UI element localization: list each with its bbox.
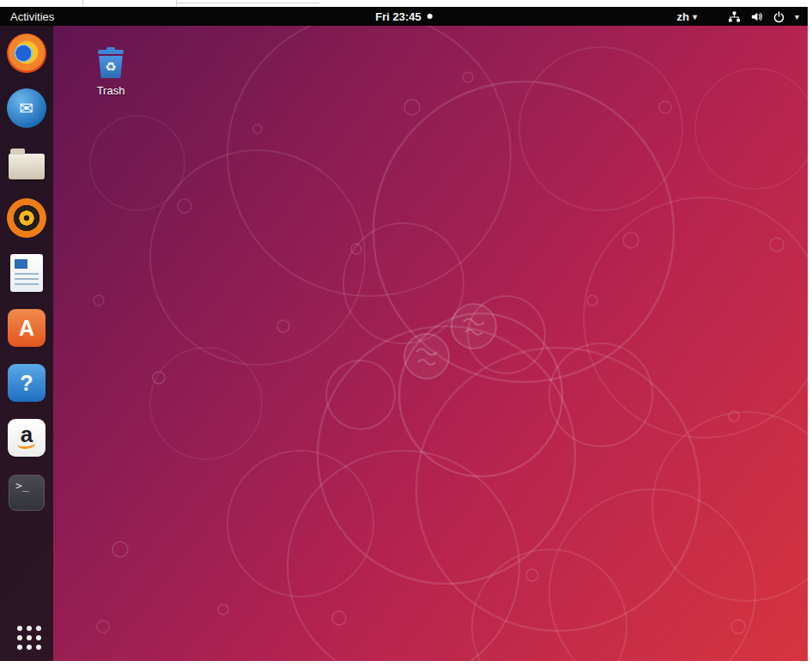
wallpaper-pattern xyxy=(0,26,808,661)
dock-item-amazon[interactable]: a xyxy=(3,419,50,457)
trash-body: ♻ xyxy=(98,56,124,78)
help-icon: ? xyxy=(8,364,45,402)
ubuntu-desktop: ♻ Trash Activities Fri 23:45 zh ▾ xyxy=(0,7,808,661)
wallpaper: ♻ Trash xyxy=(0,26,808,661)
dock-item-terminal[interactable]: >_ xyxy=(3,474,50,512)
trash-icon: ♻ xyxy=(95,46,126,79)
dock-item-libreoffice-writer[interactable] xyxy=(3,254,50,292)
screenshot-artifact xyxy=(176,0,177,7)
chevron-down-icon: ▾ xyxy=(693,12,697,21)
dock-item-thunderbird[interactable]: ✉ xyxy=(3,89,50,127)
chevron-down-icon: ▾ xyxy=(795,12,799,21)
dock-item-firefox[interactable] xyxy=(3,34,50,72)
show-applications-button[interactable] xyxy=(0,623,53,652)
libreoffice-writer-icon xyxy=(10,254,43,292)
recycle-icon: ♻ xyxy=(105,59,116,75)
trash-label: Trash xyxy=(97,84,125,97)
files-folder-icon xyxy=(9,154,45,179)
screenshot-artifact xyxy=(176,3,319,3)
keyboard-layout-button[interactable]: zh ▾ xyxy=(671,10,701,23)
dock-item-help[interactable]: ? xyxy=(3,364,50,402)
ubuntu-software-icon: A xyxy=(8,309,45,347)
volume-icon xyxy=(750,10,763,23)
amazon-letter: a xyxy=(21,421,33,448)
system-menu-button[interactable]: ▾ xyxy=(724,10,803,23)
dock: ✉ A ? a >_ xyxy=(0,26,53,661)
status-tray: zh ▾ xyxy=(671,7,803,26)
activities-button[interactable]: Activities xyxy=(0,7,64,26)
terminal-prompt: >_ xyxy=(15,479,29,492)
screenshot-artifact xyxy=(82,0,83,7)
amazon-icon: a xyxy=(8,419,45,457)
keyboard-layout-label: zh xyxy=(676,10,688,23)
firefox-icon xyxy=(7,33,46,73)
screen: ♻ Trash Activities Fri 23:45 zh ▾ xyxy=(0,0,812,667)
clock-label: Fri 23:45 xyxy=(375,10,421,23)
top-bar: Activities Fri 23:45 zh ▾ xyxy=(0,7,808,26)
power-icon xyxy=(773,10,785,23)
envelope-icon: ✉ xyxy=(20,98,34,118)
dock-item-ubuntu-software[interactable]: A xyxy=(3,309,50,347)
terminal-icon: >_ xyxy=(9,475,45,511)
dock-item-files[interactable] xyxy=(3,144,50,182)
dock-item-rhythmbox[interactable] xyxy=(3,199,50,237)
rhythmbox-icon xyxy=(7,198,46,238)
notification-dot-icon xyxy=(427,14,433,19)
trash-lid xyxy=(98,50,124,54)
clock-button[interactable]: Fri 23:45 xyxy=(368,7,439,26)
question-mark: ? xyxy=(20,371,33,396)
show-applications-grid-icon xyxy=(15,626,20,631)
software-letter: A xyxy=(19,316,34,341)
trash-desktop-icon[interactable]: ♻ Trash xyxy=(84,46,137,97)
network-icon xyxy=(728,10,741,23)
thunderbird-mail-icon: ✉ xyxy=(7,88,46,128)
